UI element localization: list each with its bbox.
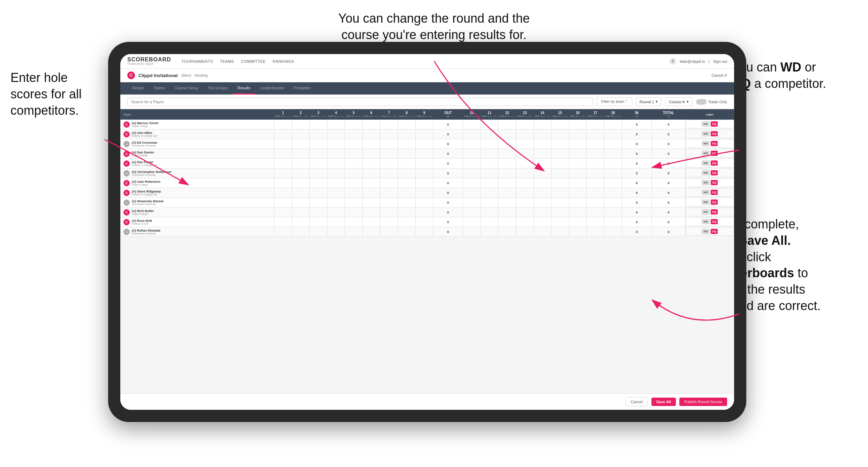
- score-hole-2[interactable]: [292, 198, 310, 208]
- score-hole-9[interactable]: [415, 129, 433, 139]
- tab-leaderboards[interactable]: Leaderboards: [255, 82, 289, 95]
- score-hole-18[interactable]: [604, 159, 622, 168]
- score-hole-12[interactable]: [498, 198, 516, 208]
- score-hole-18[interactable]: [604, 227, 622, 237]
- score-hole-15[interactable]: [551, 149, 569, 159]
- score-hole-10[interactable]: [463, 198, 481, 208]
- score-hole-1[interactable]: [274, 178, 292, 188]
- score-hole-17[interactable]: [587, 217, 604, 227]
- score-hole-8[interactable]: [398, 217, 416, 227]
- score-hole-15[interactable]: [551, 159, 569, 168]
- score-hole-15[interactable]: [551, 168, 569, 178]
- tab-teams[interactable]: Teams: [149, 82, 170, 95]
- score-hole-8[interactable]: [398, 159, 416, 168]
- score-hole-7[interactable]: [380, 188, 398, 198]
- score-hole-10[interactable]: [463, 149, 481, 159]
- score-hole-14[interactable]: [534, 217, 551, 227]
- score-hole-1[interactable]: [274, 198, 292, 208]
- score-hole-1[interactable]: [274, 168, 292, 178]
- score-hole-8[interactable]: [398, 178, 416, 188]
- score-hole-6[interactable]: [362, 159, 380, 168]
- score-hole-15[interactable]: [551, 188, 569, 198]
- tab-printables[interactable]: Printables: [289, 82, 316, 95]
- score-hole-10[interactable]: [463, 178, 481, 188]
- score-hole-6[interactable]: [362, 120, 380, 129]
- score-hole-16[interactable]: [569, 188, 587, 198]
- score-hole-11[interactable]: [481, 168, 498, 178]
- score-hole-16[interactable]: [569, 227, 587, 237]
- score-hole-15[interactable]: [551, 227, 569, 237]
- score-hole-2[interactable]: [292, 139, 310, 149]
- score-hole-3[interactable]: [309, 129, 327, 139]
- toggle-switch[interactable]: [696, 99, 707, 105]
- score-hole-11[interactable]: [481, 208, 498, 217]
- score-hole-1[interactable]: [274, 129, 292, 139]
- score-hole-8[interactable]: [398, 120, 416, 129]
- score-hole-13[interactable]: [516, 120, 534, 129]
- score-hole-13[interactable]: [516, 178, 534, 188]
- score-hole-5[interactable]: [345, 178, 363, 188]
- score-hole-12[interactable]: [498, 208, 516, 217]
- score-hole-1[interactable]: [274, 159, 292, 168]
- score-hole-6[interactable]: [362, 178, 380, 188]
- score-hole-12[interactable]: [498, 188, 516, 198]
- score-hole-9[interactable]: [415, 159, 433, 168]
- dq-button[interactable]: DQ: [711, 160, 718, 166]
- score-hole-2[interactable]: [292, 149, 310, 159]
- score-hole-9[interactable]: [415, 149, 433, 159]
- dq-button[interactable]: DQ: [711, 219, 718, 224]
- score-hole-14[interactable]: [534, 139, 551, 149]
- wd-button[interactable]: WD: [702, 219, 710, 224]
- score-hole-13[interactable]: [516, 159, 534, 168]
- score-hole-2[interactable]: [292, 159, 310, 168]
- score-hole-7[interactable]: [380, 168, 398, 178]
- score-hole-3[interactable]: [309, 217, 327, 227]
- score-hole-14[interactable]: [534, 188, 551, 198]
- score-hole-5[interactable]: [345, 129, 363, 139]
- course-selector[interactable]: Course A ▾: [665, 97, 692, 106]
- score-hole-11[interactable]: [481, 139, 498, 149]
- score-hole-3[interactable]: [309, 178, 327, 188]
- score-hole-10[interactable]: [463, 227, 481, 237]
- score-hole-1[interactable]: [274, 188, 292, 198]
- score-hole-12[interactable]: [498, 139, 516, 149]
- wd-button[interactable]: WD: [702, 160, 710, 166]
- totals-only-toggle[interactable]: Totals Only: [696, 99, 727, 105]
- score-hole-17[interactable]: [587, 227, 604, 237]
- score-hole-9[interactable]: [415, 188, 433, 198]
- score-hole-16[interactable]: [569, 168, 587, 178]
- score-hole-18[interactable]: [604, 217, 622, 227]
- wd-button[interactable]: WD: [702, 141, 710, 146]
- dq-button[interactable]: DQ: [711, 131, 718, 136]
- score-hole-9[interactable]: [415, 208, 433, 217]
- score-hole-2[interactable]: [292, 217, 310, 227]
- score-hole-7[interactable]: [380, 149, 398, 159]
- score-hole-17[interactable]: [587, 208, 604, 217]
- score-hole-4[interactable]: [327, 208, 345, 217]
- score-hole-16[interactable]: [569, 178, 587, 188]
- wd-button[interactable]: WD: [702, 180, 710, 185]
- score-hole-17[interactable]: [587, 178, 604, 188]
- filter-team-button[interactable]: Filter by team ˅: [597, 97, 632, 106]
- score-hole-13[interactable]: [516, 139, 534, 149]
- score-hole-6[interactable]: [362, 188, 380, 198]
- score-hole-8[interactable]: [398, 149, 416, 159]
- score-hole-15[interactable]: [551, 208, 569, 217]
- score-hole-6[interactable]: [362, 139, 380, 149]
- score-hole-9[interactable]: [415, 120, 433, 129]
- score-hole-11[interactable]: [481, 149, 498, 159]
- score-hole-11[interactable]: [481, 120, 498, 129]
- score-hole-8[interactable]: [398, 208, 416, 217]
- score-hole-6[interactable]: [362, 168, 380, 178]
- score-hole-3[interactable]: [309, 159, 327, 168]
- score-hole-7[interactable]: [380, 139, 398, 149]
- score-hole-13[interactable]: [516, 198, 534, 208]
- publish-round-button[interactable]: Publish Round Scores: [679, 398, 727, 406]
- score-hole-14[interactable]: [534, 178, 551, 188]
- wd-button[interactable]: WD: [702, 209, 710, 214]
- score-hole-10[interactable]: [463, 188, 481, 198]
- score-hole-18[interactable]: [604, 188, 622, 198]
- dq-button[interactable]: DQ: [711, 180, 718, 185]
- score-hole-15[interactable]: [551, 178, 569, 188]
- scorecard-container[interactable]: Player 1PAR 4340 YDS 2PAR 5511 YDS 3PAR …: [120, 109, 734, 393]
